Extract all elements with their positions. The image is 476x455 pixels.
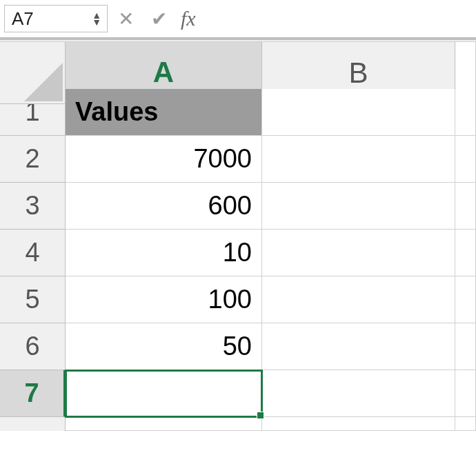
row-header-5[interactable]: 5 [0,276,66,323]
cell-stub [262,417,455,431]
row-header-3[interactable]: 3 [0,183,66,230]
check-icon: ✔ [151,8,167,30]
cell-B1[interactable] [262,89,455,136]
fx-label[interactable]: fx [177,7,200,30]
x-icon: ✕ [118,8,134,30]
cell-A5[interactable]: 100 [66,276,262,323]
row-header-2[interactable]: 2 [0,136,66,183]
spreadsheet-grid: A B 1 Values 2 7000 3 600 4 10 5 100 6 [0,42,476,455]
cell-stub [455,183,476,230]
name-box[interactable] [10,8,92,30]
cell-A4[interactable]: 10 [66,230,262,276]
stepper-down-icon[interactable]: ▼ [92,19,101,26]
cell-A3[interactable]: 600 [66,183,262,230]
cell-A1[interactable]: Values [66,89,262,136]
row-header-7[interactable]: 7 [0,370,66,417]
cell-B4[interactable] [262,230,455,276]
formula-input[interactable] [203,5,472,32]
cancel-formula-button[interactable]: ✕ [110,5,141,32]
select-all-corner[interactable] [0,42,66,104]
cell-A6[interactable]: 50 [66,323,262,370]
cell-stub [455,370,476,417]
cell-B5[interactable] [262,276,455,323]
cell-stub [455,276,476,323]
cell-stub [455,89,476,136]
formula-bar: ▲ ▼ ✕ ✔ fx [0,0,476,38]
cell-stub [455,136,476,183]
cell-B6[interactable] [262,323,455,370]
cell-B2[interactable] [262,136,455,183]
accept-formula-button[interactable]: ✔ [143,5,174,32]
cell-A2[interactable]: 7000 [66,136,262,183]
cell-stub [455,323,476,370]
row-header-4[interactable]: 4 [0,230,66,276]
cell-B7[interactable] [262,370,455,417]
name-box-container[interactable]: ▲ ▼ [4,5,108,32]
row-header-stub [0,417,66,431]
cell-stub [455,230,476,276]
cell-A7[interactable] [66,370,262,417]
cell-B3[interactable] [262,183,455,230]
row-header-6[interactable]: 6 [0,323,66,370]
cell-stub [455,417,476,431]
cell-stub [66,417,262,431]
name-box-stepper[interactable]: ▲ ▼ [92,12,101,26]
